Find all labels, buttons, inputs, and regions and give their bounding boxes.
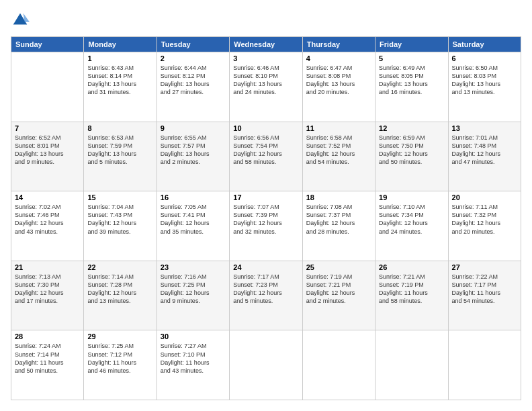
day-cell: 23Sunrise: 7:16 AM Sunset: 7:25 PM Dayli… — [157, 261, 229, 330]
day-number: 21 — [15, 263, 80, 271]
day-info: Sunrise: 6:58 AM Sunset: 7:52 PM Dayligh… — [306, 134, 371, 167]
day-cell: 13Sunrise: 7:01 AM Sunset: 7:48 PM Dayli… — [448, 122, 521, 191]
day-info: Sunrise: 7:22 AM Sunset: 7:17 PM Dayligh… — [452, 273, 517, 306]
day-info: Sunrise: 7:01 AM Sunset: 7:48 PM Dayligh… — [452, 134, 517, 167]
week-row-3: 14Sunrise: 7:02 AM Sunset: 7:46 PM Dayli… — [11, 191, 521, 261]
logo-icon — [11, 11, 30, 30]
day-number: 17 — [233, 193, 298, 201]
day-number: 6 — [452, 54, 517, 62]
day-number: 20 — [452, 193, 517, 201]
day-info: Sunrise: 6:56 AM Sunset: 7:54 PM Dayligh… — [233, 134, 298, 167]
week-row-2: 7Sunrise: 6:52 AM Sunset: 8:01 PM Daylig… — [11, 122, 521, 191]
day-info: Sunrise: 7:14 AM Sunset: 7:28 PM Dayligh… — [87, 273, 152, 306]
day-cell — [375, 330, 448, 400]
day-info: Sunrise: 7:13 AM Sunset: 7:30 PM Dayligh… — [15, 273, 80, 306]
day-info: Sunrise: 7:27 AM Sunset: 7:10 PM Dayligh… — [161, 342, 226, 375]
day-number: 13 — [452, 124, 517, 132]
day-number: 8 — [87, 124, 152, 132]
day-cell: 15Sunrise: 7:04 AM Sunset: 7:43 PM Dayli… — [84, 191, 157, 261]
day-number: 16 — [161, 193, 226, 201]
day-cell: 11Sunrise: 6:58 AM Sunset: 7:52 PM Dayli… — [302, 122, 375, 191]
day-cell: 19Sunrise: 7:10 AM Sunset: 7:34 PM Dayli… — [375, 191, 448, 261]
day-info: Sunrise: 6:52 AM Sunset: 8:01 PM Dayligh… — [15, 134, 80, 167]
day-cell: 9Sunrise: 6:55 AM Sunset: 7:57 PM Daylig… — [157, 122, 229, 191]
day-number: 18 — [306, 193, 371, 201]
day-number: 2 — [161, 54, 226, 62]
col-header-thursday: Thursday — [302, 37, 375, 52]
logo — [11, 11, 31, 30]
day-info: Sunrise: 7:24 AM Sunset: 7:14 PM Dayligh… — [15, 342, 80, 375]
day-info: Sunrise: 7:07 AM Sunset: 7:39 PM Dayligh… — [233, 203, 298, 236]
day-cell: 5Sunrise: 6:49 AM Sunset: 8:05 PM Daylig… — [375, 52, 448, 122]
day-number: 4 — [306, 54, 371, 62]
day-cell: 22Sunrise: 7:14 AM Sunset: 7:28 PM Dayli… — [84, 261, 157, 330]
day-info: Sunrise: 6:44 AM Sunset: 8:12 PM Dayligh… — [161, 64, 226, 97]
day-cell: 29Sunrise: 7:25 AM Sunset: 7:12 PM Dayli… — [84, 330, 157, 400]
day-info: Sunrise: 6:50 AM Sunset: 8:03 PM Dayligh… — [452, 64, 517, 97]
day-info: Sunrise: 7:19 AM Sunset: 7:21 PM Dayligh… — [306, 273, 371, 306]
day-number: 10 — [233, 124, 298, 132]
day-info: Sunrise: 7:04 AM Sunset: 7:43 PM Dayligh… — [87, 203, 152, 236]
day-number: 19 — [379, 193, 444, 201]
day-cell — [11, 52, 84, 122]
day-number: 23 — [161, 263, 226, 271]
day-info: Sunrise: 7:21 AM Sunset: 7:19 PM Dayligh… — [379, 273, 444, 306]
day-cell: 26Sunrise: 7:21 AM Sunset: 7:19 PM Dayli… — [375, 261, 448, 330]
day-cell: 14Sunrise: 7:02 AM Sunset: 7:46 PM Dayli… — [11, 191, 84, 261]
col-header-sunday: Sunday — [11, 37, 84, 52]
day-info: Sunrise: 6:55 AM Sunset: 7:57 PM Dayligh… — [161, 134, 226, 167]
day-cell: 25Sunrise: 7:19 AM Sunset: 7:21 PM Dayli… — [302, 261, 375, 330]
day-info: Sunrise: 6:46 AM Sunset: 8:10 PM Dayligh… — [233, 64, 298, 97]
day-number: 28 — [15, 332, 80, 340]
day-number: 24 — [233, 263, 298, 271]
day-info: Sunrise: 6:49 AM Sunset: 8:05 PM Dayligh… — [379, 64, 444, 97]
day-number: 11 — [306, 124, 371, 132]
day-number: 27 — [452, 263, 517, 271]
day-info: Sunrise: 7:10 AM Sunset: 7:34 PM Dayligh… — [379, 203, 444, 236]
day-number: 9 — [161, 124, 226, 132]
day-number: 22 — [87, 263, 152, 271]
day-number: 25 — [306, 263, 371, 271]
day-number: 1 — [87, 54, 152, 62]
day-cell: 18Sunrise: 7:08 AM Sunset: 7:37 PM Dayli… — [302, 191, 375, 261]
day-cell: 21Sunrise: 7:13 AM Sunset: 7:30 PM Dayli… — [11, 261, 84, 330]
col-header-wednesday: Wednesday — [230, 37, 302, 52]
day-cell: 3Sunrise: 6:46 AM Sunset: 8:10 PM Daylig… — [230, 52, 302, 122]
col-header-tuesday: Tuesday — [157, 37, 229, 52]
day-info: Sunrise: 7:25 AM Sunset: 7:12 PM Dayligh… — [87, 342, 152, 375]
week-row-5: 28Sunrise: 7:24 AM Sunset: 7:14 PM Dayli… — [11, 330, 521, 400]
day-number: 29 — [87, 332, 152, 340]
calendar-header-row: SundayMondayTuesdayWednesdayThursdayFrid… — [11, 37, 521, 52]
day-number: 7 — [15, 124, 80, 132]
week-row-4: 21Sunrise: 7:13 AM Sunset: 7:30 PM Dayli… — [11, 261, 521, 330]
day-cell: 12Sunrise: 6:59 AM Sunset: 7:50 PM Dayli… — [375, 122, 448, 191]
day-info: Sunrise: 7:17 AM Sunset: 7:23 PM Dayligh… — [233, 273, 298, 306]
day-cell: 17Sunrise: 7:07 AM Sunset: 7:39 PM Dayli… — [230, 191, 302, 261]
day-info: Sunrise: 6:53 AM Sunset: 7:59 PM Dayligh… — [87, 134, 152, 167]
day-info: Sunrise: 6:59 AM Sunset: 7:50 PM Dayligh… — [379, 134, 444, 167]
day-number: 30 — [161, 332, 226, 340]
header — [11, 11, 521, 30]
day-cell: 16Sunrise: 7:05 AM Sunset: 7:41 PM Dayli… — [157, 191, 229, 261]
page: SundayMondayTuesdayWednesdayThursdayFrid… — [0, 0, 532, 411]
day-info: Sunrise: 7:11 AM Sunset: 7:32 PM Dayligh… — [452, 203, 517, 236]
day-cell: 30Sunrise: 7:27 AM Sunset: 7:10 PM Dayli… — [157, 330, 229, 400]
day-cell: 8Sunrise: 6:53 AM Sunset: 7:59 PM Daylig… — [84, 122, 157, 191]
day-cell: 1Sunrise: 6:43 AM Sunset: 8:14 PM Daylig… — [84, 52, 157, 122]
day-cell — [448, 330, 521, 400]
col-header-friday: Friday — [375, 37, 448, 52]
day-number: 3 — [233, 54, 298, 62]
col-header-saturday: Saturday — [448, 37, 521, 52]
day-info: Sunrise: 6:47 AM Sunset: 8:08 PM Dayligh… — [306, 64, 371, 97]
day-number: 15 — [87, 193, 152, 201]
calendar-table: SundayMondayTuesdayWednesdayThursdayFrid… — [11, 36, 521, 400]
day-cell: 7Sunrise: 6:52 AM Sunset: 8:01 PM Daylig… — [11, 122, 84, 191]
day-cell — [302, 330, 375, 400]
day-number: 26 — [379, 263, 444, 271]
col-header-monday: Monday — [84, 37, 157, 52]
day-cell: 2Sunrise: 6:44 AM Sunset: 8:12 PM Daylig… — [157, 52, 229, 122]
week-row-1: 1Sunrise: 6:43 AM Sunset: 8:14 PM Daylig… — [11, 52, 521, 122]
day-info: Sunrise: 7:16 AM Sunset: 7:25 PM Dayligh… — [161, 273, 226, 306]
day-number: 5 — [379, 54, 444, 62]
day-info: Sunrise: 7:05 AM Sunset: 7:41 PM Dayligh… — [161, 203, 226, 236]
